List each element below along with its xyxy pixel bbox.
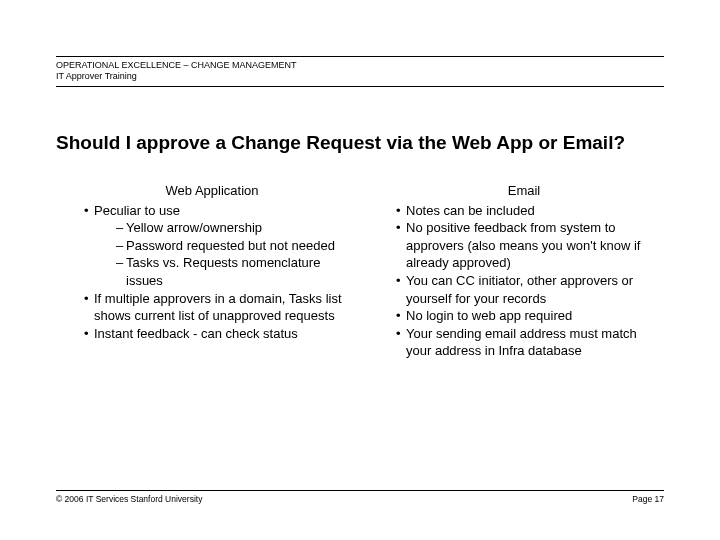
bullet-marker-icon: • (396, 202, 406, 220)
left-bullets: •Peculiar to use –Yellow arrow/ownership… (80, 202, 344, 342)
bullet-text: If multiple approvers in a domain, Tasks… (94, 290, 344, 325)
bullet-marker-icon: • (396, 307, 406, 325)
header-block: OPERATIONAL EXCELLENCE – CHANGE MANAGEME… (56, 60, 664, 83)
footer-copyright: © 2006 IT Services Stanford University (56, 494, 202, 504)
dash-marker-icon: – (116, 254, 126, 289)
bullet-text: Peculiar to use (94, 202, 180, 220)
bullet-text: You can CC initiator, other approvers or… (406, 272, 656, 307)
sub-bullet-item: –Tasks vs. Requests nomenclature issues (116, 254, 344, 289)
bullet-marker-icon: • (84, 325, 94, 343)
column-right: Email •Notes can be included •No positiv… (392, 182, 656, 359)
bullet-item: •Instant feedback - can check status (84, 325, 344, 343)
footer: © 2006 IT Services Stanford University P… (56, 490, 664, 504)
bullet-item: •If multiple approvers in a domain, Task… (84, 290, 344, 325)
bullet-item: •No login to web app required (396, 307, 656, 325)
sub-bullet-item: –Yellow arrow/ownership (116, 219, 344, 237)
header-line-2: IT Approver Training (56, 71, 664, 82)
right-heading: Email (392, 182, 656, 200)
slide: OPERATIONAL EXCELLENCE – CHANGE MANAGEME… (0, 0, 720, 540)
dash-marker-icon: – (116, 219, 126, 237)
left-heading: Web Application (80, 182, 344, 200)
slide-title: Should I approve a Change Request via th… (56, 131, 664, 155)
header-line-1: OPERATIONAL EXCELLENCE – CHANGE MANAGEME… (56, 60, 664, 71)
bullet-item: •No positive feedback from system to app… (396, 219, 656, 272)
bullet-item: •Your sending email address must match y… (396, 325, 656, 360)
bullet-marker-icon: • (84, 290, 94, 325)
bullet-marker-icon: • (396, 219, 406, 272)
right-bullets: •Notes can be included •No positive feed… (392, 202, 656, 360)
sub-bullet-item: –Password requested but not needed (116, 237, 344, 255)
footer-page-number: Page 17 (632, 494, 664, 504)
column-left: Web Application •Peculiar to use –Yellow… (80, 182, 344, 359)
header-rule-bottom (56, 86, 664, 87)
footer-rule (56, 490, 664, 491)
bullet-text: Notes can be included (406, 202, 535, 220)
bullet-text: No positive feedback from system to appr… (406, 219, 656, 272)
bullet-marker-icon: • (84, 202, 94, 220)
sub-bullet-text: Password requested but not needed (126, 237, 335, 255)
bullet-item: •Notes can be included (396, 202, 656, 220)
bullet-marker-icon: • (396, 272, 406, 307)
bullet-text: Instant feedback - can check status (94, 325, 298, 343)
bullet-text: No login to web app required (406, 307, 572, 325)
bullet-item: •You can CC initiator, other approvers o… (396, 272, 656, 307)
sub-bullet-text: Yellow arrow/ownership (126, 219, 262, 237)
bullet-item: •Peculiar to use (84, 202, 344, 220)
header-rule-top (56, 56, 664, 57)
left-sub-bullets: –Yellow arrow/ownership –Password reques… (84, 219, 344, 289)
footer-row: © 2006 IT Services Stanford University P… (56, 494, 664, 504)
bullet-text: Your sending email address must match yo… (406, 325, 656, 360)
dash-marker-icon: – (116, 237, 126, 255)
sub-bullet-text: Tasks vs. Requests nomenclature issues (126, 254, 344, 289)
bullet-marker-icon: • (396, 325, 406, 360)
content-columns: Web Application •Peculiar to use –Yellow… (56, 182, 664, 359)
